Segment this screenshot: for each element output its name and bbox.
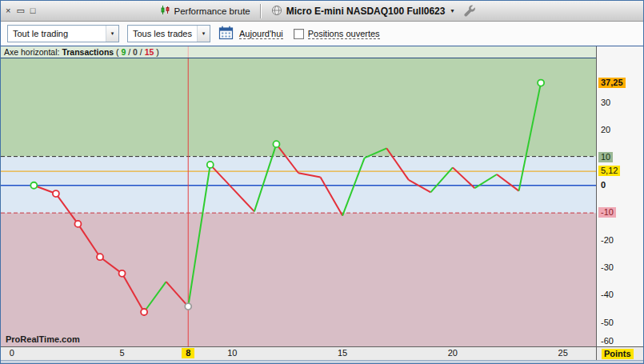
globe-icon [271,5,282,18]
y-axis-label: 30 [598,98,613,108]
performance-chart [1,46,596,346]
trade-marker-loss [53,190,59,197]
trade-marker-last [538,80,544,86]
separator: / [138,47,145,57]
x-axis-label: 25 [553,348,574,358]
trade-marker-loss [119,270,126,277]
trading-range-select[interactable]: Tout le trading ▾ [7,25,119,42]
watermark: ProRealTime.com [6,334,80,344]
y-axis-label: 0 [598,180,608,190]
axis-info-title: Transactions [62,47,114,57]
y-axis-label: -30 [598,262,616,273]
chevron-down-icon: ▾ [197,26,210,42]
profit-zone [1,46,596,157]
toolbar: Tout le trading ▾ Tous les trades ▾ [1,22,643,46]
trading-range-value: Tout le trading [8,29,71,38]
open-positions-toggle[interactable]: Positions ouvertes [294,29,380,39]
y-axis-label: -60 [598,336,616,346]
calendar-icon [218,26,234,42]
y-axis-label: 5,12 [598,166,620,176]
prorealtime-performance-window: × ▭ □ Performance brute [0,0,644,364]
minimize-button[interactable]: ▭ [16,6,24,15]
instrument-name: Micro E-mini NASDAQ100 Full0623 [286,6,446,17]
y-axis-label: -10 [598,207,616,218]
trade-marker-win [207,162,214,168]
axis-info-band: Axe horizontal: Transactions ( 9 / 0 / 1… [1,46,596,58]
separator: / [126,47,133,57]
y-axis-label: 20 [598,125,613,135]
y-axis-label: -20 [598,235,616,246]
paren: ) [154,47,158,57]
y-axis-label: 37,25 [598,78,626,88]
performance-section: Performance brute [160,5,250,17]
trade-marker-loss [74,221,81,227]
window-resize-edge[interactable] [1,360,643,364]
trade-marker-loss [97,254,103,260]
neutral-zone [1,157,596,214]
chart-area: Axe horizontal: Transactions ( 9 / 0 / 1… [1,46,643,360]
chevron-down-icon: ▾ [450,7,454,14]
maximize-button[interactable]: □ [30,6,36,15]
today-label[interactable]: Aujourd'hui [239,29,283,39]
trade-marker-win [273,141,279,147]
open-positions-label: Positions ouvertes [308,29,380,39]
performance-title: Performance brute [174,6,250,16]
x-axis-label: 0 [2,348,22,358]
x-axis-label: 15 [332,348,353,358]
candlestick-icon [160,5,170,17]
plot[interactable]: Axe horizontal: Transactions ( 9 / 0 / 1… [1,46,596,346]
x-axis[interactable]: 05810152025 [1,346,596,360]
y-axis-label: 10 [598,152,613,162]
settings-wrench-button[interactable] [464,5,476,17]
x-axis-label: 20 [442,348,463,358]
trade-marker-loss [141,309,147,315]
instrument-selector[interactable]: Micro E-mini NASDAQ100 Full0623 ▾ [271,5,454,18]
titlebar: × ▭ □ Performance brute [1,1,643,22]
trades-filter-value: Tous les trades [128,29,195,38]
trade-marker-win [30,182,37,189]
window-controls: × ▭ □ [6,6,36,15]
x-axis-label: 8 [182,348,194,358]
x-axis-label: 10 [222,348,242,358]
calendar-button[interactable] [218,25,234,43]
y-axis-label: -40 [598,290,616,300]
y-axis-label: -50 [598,318,616,328]
loss-zone [1,213,596,346]
trade-marker-open [185,303,191,310]
chevron-down-icon: ▾ [106,26,118,42]
open-positions-checkbox[interactable] [294,29,304,39]
paren: ( [114,47,121,57]
y-axis[interactable]: 37,253020105,120-10-20-30-40-50-60 [596,46,643,346]
losses-count: 15 [145,47,154,57]
axis-corner: Points [596,346,643,360]
axis-info-prefix: Axe horizontal: [4,47,62,57]
close-button[interactable]: × [6,6,10,15]
unit-label: Points [602,349,634,359]
titlebar-separator [260,4,262,18]
trades-filter-select[interactable]: Tous les trades ▾ [127,25,210,42]
x-axis-label: 5 [112,348,133,358]
